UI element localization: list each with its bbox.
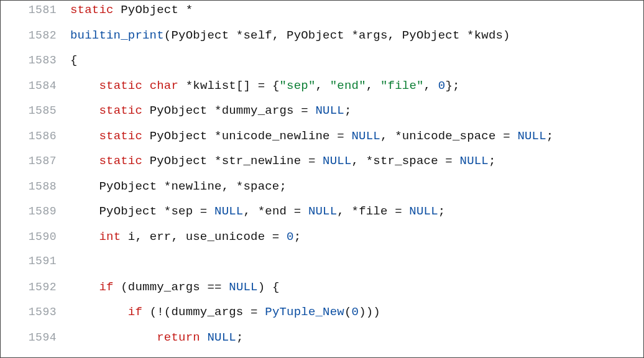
line-number: 1582: [1, 29, 70, 42]
code-body[interactable]: 1581static PyObject *1582builtin_print(P…: [1, 3, 643, 356]
token-indent: [70, 180, 99, 193]
token-plain: ) {: [258, 280, 280, 294]
token-null: NULL: [207, 331, 236, 344]
code-content[interactable]: if (dummy_args == NULL) {: [70, 280, 643, 294]
code-line[interactable]: 1588 PyObject *newline, *space;: [1, 180, 643, 205]
code-content[interactable]: return NULL;: [70, 331, 643, 344]
token-indent: [70, 129, 99, 143]
token-num: 0: [287, 230, 294, 244]
line-number: 1591: [1, 255, 70, 267]
code-content[interactable]: PyObject *sep = NULL, *end = NULL, *file…: [70, 204, 643, 218]
token-plain: ;: [344, 104, 352, 117]
token-null: NULL: [308, 204, 337, 218]
token-indent: [70, 79, 99, 93]
code-line[interactable]: 1591: [1, 255, 643, 280]
code-content[interactable]: {: [70, 53, 643, 67]
token-plain: (: [344, 305, 352, 319]
token-str: "end": [330, 79, 366, 93]
token-indent: [70, 305, 128, 319]
token-plain: ,: [424, 79, 438, 93]
code-line[interactable]: 1593 if (!(dummy_args = PyTuple_New(0))): [1, 305, 643, 331]
token-kw: static: [70, 3, 114, 17]
code-line[interactable]: 1592 if (dummy_args == NULL) {: [1, 280, 643, 306]
token-plain: ;: [438, 204, 446, 218]
token-kw: static: [99, 79, 142, 93]
token-plain: ,: [316, 79, 330, 93]
token-kw: if: [128, 305, 142, 319]
token-indent: [70, 204, 99, 218]
line-number: 1588: [1, 180, 70, 193]
code-content[interactable]: static PyObject *unicode_newline = NULL,…: [70, 129, 643, 143]
line-number: 1589: [1, 205, 70, 218]
code-content[interactable]: static PyObject *str_newline = NULL, *st…: [70, 154, 643, 168]
line-number: 1581: [1, 4, 70, 16]
token-sp: [142, 79, 150, 93]
token-fn: PyTuple_New: [265, 305, 344, 319]
line-number: 1590: [1, 231, 70, 243]
token-plain: [200, 331, 208, 344]
token-plain: , *file =: [337, 204, 409, 218]
code-line[interactable]: 1583{: [1, 53, 643, 79]
code-content[interactable]: static PyObject *: [70, 3, 643, 17]
line-number: 1583: [1, 54, 70, 67]
token-null: NULL: [517, 129, 546, 143]
token-plain: PyObject *newline, *space;: [99, 180, 287, 193]
code-content[interactable]: static char *kwlist[] = {"sep", "end", "…: [70, 79, 643, 93]
token-plain: ))): [359, 305, 380, 319]
line-number: 1587: [1, 155, 70, 167]
code-content[interactable]: builtin_print(PyObject *self, PyObject *…: [70, 29, 643, 42]
code-line[interactable]: 1585 static PyObject *dummy_args = NULL;: [1, 104, 643, 129]
code-line[interactable]: 1589 PyObject *sep = NULL, *end = NULL, …: [1, 204, 643, 230]
token-indent: [70, 230, 99, 244]
token-plain: ;: [236, 331, 244, 344]
code-line[interactable]: 1582builtin_print(PyObject *self, PyObje…: [1, 29, 643, 54]
code-content[interactable]: int i, err, use_unicode = 0;: [70, 230, 643, 244]
token-plain: PyObject *str_newline =: [142, 154, 323, 168]
token-kw: return: [157, 331, 200, 344]
token-plain: PyObject *sep =: [99, 204, 214, 218]
token-plain: ;: [489, 154, 496, 168]
token-null: NULL: [460, 154, 489, 168]
token-plain: , *str_space =: [352, 154, 460, 168]
token-indent: [70, 104, 99, 117]
token-null: NULL: [229, 280, 257, 294]
token-str: "sep": [280, 79, 316, 93]
code-line[interactable]: 1581static PyObject *: [1, 3, 643, 29]
token-indent: [70, 280, 99, 294]
token-plain: *kwlist[] = {: [178, 79, 279, 93]
token-plain: ;: [294, 230, 301, 244]
code-content[interactable]: if (!(dummy_args = PyTuple_New(0))): [70, 305, 643, 319]
token-null: NULL: [352, 129, 380, 143]
code-content[interactable]: static PyObject *dummy_args = NULL;: [70, 104, 643, 117]
token-plain: ;: [546, 129, 554, 143]
token-plain: PyObject *unicode_newline =: [142, 129, 351, 143]
code-line[interactable]: 1586 static PyObject *unicode_newline = …: [1, 129, 643, 155]
code-line[interactable]: 1587 static PyObject *str_newline = NULL…: [1, 154, 643, 180]
token-kw: static: [99, 104, 142, 117]
token-sp: [114, 3, 121, 17]
code-line[interactable]: 1594 return NULL;: [1, 331, 643, 356]
token-indent: [70, 331, 157, 344]
code-content[interactable]: PyObject *newline, *space;: [70, 180, 643, 193]
token-plain: (dummy_args ==: [114, 280, 229, 294]
code-viewer[interactable]: 1581static PyObject *1582builtin_print(P…: [0, 0, 644, 358]
line-number: 1584: [1, 80, 70, 92]
token-kw: int: [99, 230, 121, 244]
token-plain: PyObject *: [121, 3, 193, 17]
token-null: NULL: [316, 104, 344, 117]
line-number: 1594: [1, 331, 70, 344]
token-kw: static: [99, 129, 142, 143]
token-kw: char: [150, 79, 178, 93]
token-num: 0: [352, 305, 359, 319]
token-null: NULL: [409, 204, 438, 218]
token-plain: , *end =: [243, 204, 308, 218]
token-num: 0: [438, 79, 446, 93]
line-number: 1592: [1, 281, 70, 293]
token-plain: (PyObject *self, PyObject *args, PyObjec…: [164, 29, 510, 42]
token-null: NULL: [323, 154, 351, 168]
token-plain: ,: [366, 79, 380, 93]
code-line[interactable]: 1584 static char *kwlist[] = {"sep", "en…: [1, 79, 643, 104]
line-number: 1585: [1, 104, 70, 117]
token-plain: i, err, use_unicode =: [121, 230, 287, 244]
code-line[interactable]: 1590 int i, err, use_unicode = 0;: [1, 230, 643, 255]
